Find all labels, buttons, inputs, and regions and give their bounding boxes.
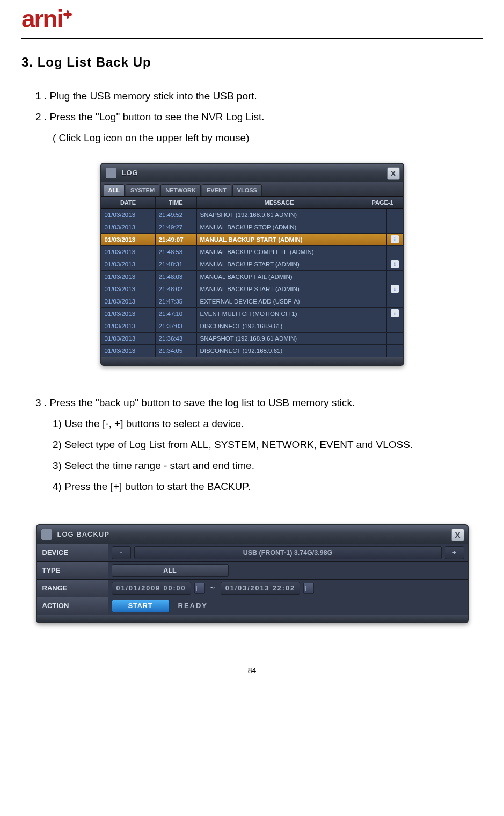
info-icon[interactable]: [391, 260, 399, 268]
range-separator: ~: [208, 583, 217, 593]
log-cell-message: EVENT MULTI CH (MOTION CH 1): [197, 308, 387, 320]
log-cell-info: [387, 333, 403, 344]
step-2-sub-text: ( Click Log icon on the upper left by mo…: [21, 128, 483, 149]
log-cell-time: 21:48:53: [156, 246, 197, 258]
log-cell-date: 01/03/2013: [101, 345, 156, 357]
log-cell-info[interactable]: [387, 283, 403, 295]
log-row[interactable]: 01/03/201321:48:53MANUAL BACKUP COMPLETE…: [101, 246, 403, 258]
log-title-icon: [106, 168, 116, 178]
log-row[interactable]: 01/03/201321:48:03MANUAL BACKUP FAIL (AD…: [101, 271, 403, 283]
log-cell-time: 21:34:05: [156, 345, 197, 357]
log-cell-message: MANUAL BACKUP STOP (ADMIN): [197, 221, 387, 233]
calendar-icon[interactable]: [194, 583, 205, 594]
log-cell-message: MANUAL BACKUP FAIL (ADMIN): [197, 271, 387, 283]
log-footer: [101, 357, 403, 365]
log-row[interactable]: 01/03/201321:49:52SNAPSHOT (192.168.9.61…: [101, 209, 403, 221]
step-3-sub-3: 3) Select the time range - start and end…: [21, 456, 483, 476]
range-from-value[interactable]: 01/01/2009 00:00: [112, 582, 191, 595]
log-row[interactable]: 01/03/201321:48:02MANUAL BACKUP START (A…: [101, 283, 403, 295]
log-cell-date: 01/03/2013: [101, 308, 156, 320]
log-table-body: 01/03/201321:49:52SNAPSHOT (192.168.9.61…: [101, 209, 403, 357]
log-cell-info: [387, 345, 403, 357]
log-tab-all[interactable]: ALL: [104, 184, 125, 196]
log-cell-info: [387, 295, 403, 307]
log-cell-time: 21:48:02: [156, 283, 197, 295]
log-cell-message: MANUAL BACKUP START (ADMIN): [197, 258, 387, 270]
log-backup-title: LOG BACKUP: [57, 530, 109, 538]
log-cell-date: 01/03/2013: [101, 333, 156, 344]
info-icon[interactable]: [391, 235, 399, 243]
log-cell-message: MANUAL BACKUP COMPLETE (ADMIN): [197, 246, 387, 258]
log-row[interactable]: 01/03/201321:49:27MANUAL BACKUP STOP (AD…: [101, 221, 403, 234]
log-cell-info: [387, 271, 403, 283]
log-cell-info[interactable]: [387, 234, 403, 245]
log-cell-date: 01/03/2013: [101, 283, 156, 295]
log-cell-time: 21:47:10: [156, 308, 197, 320]
log-cell-info[interactable]: [387, 308, 403, 320]
log-cell-message: DISCONNECT (192.168.9.61): [197, 345, 387, 357]
log-row[interactable]: 01/03/201321:36:43SNAPSHOT (192.168.9.61…: [101, 333, 403, 345]
log-cell-time: 21:36:43: [156, 333, 197, 344]
log-tabs: ALLSYSTEMNETWORKEVENTVLOSS: [101, 182, 403, 196]
log-backup-close-button[interactable]: X: [451, 529, 464, 541]
log-cell-time: 21:49:52: [156, 209, 197, 221]
log-cell-date: 01/03/2013: [101, 246, 156, 258]
log-cell-info: [387, 320, 403, 332]
log-cell-message: MANUAL BACKUP START (ADMIN): [197, 283, 387, 295]
device-minus-button[interactable]: -: [112, 546, 131, 559]
log-cell-time: 21:48:03: [156, 271, 197, 283]
action-row: ACTION START READY: [37, 597, 468, 615]
info-icon[interactable]: [391, 285, 399, 293]
log-cell-date: 01/03/2013: [101, 320, 156, 332]
col-time-head: TIME: [156, 197, 197, 208]
step-3-sub-4: 4) Press the [+] button to start the BAC…: [21, 476, 483, 497]
log-tab-event[interactable]: EVENT: [202, 184, 231, 196]
log-cell-time: 21:49:27: [156, 221, 197, 233]
step-3-sub-2: 2) Select type of Log List from ALL, SYS…: [21, 435, 483, 456]
log-tab-system[interactable]: SYSTEM: [126, 184, 159, 196]
log-cell-date: 01/03/2013: [101, 258, 156, 270]
step-3-text: 3 . Press the "back up" button to save t…: [21, 393, 483, 414]
log-backup-title-icon: [41, 529, 52, 540]
start-button[interactable]: START: [112, 600, 170, 612]
log-tab-vloss[interactable]: VLOSS: [232, 184, 262, 196]
log-cell-message: SNAPSHOT (192.168.9.61 ADMIN): [197, 333, 387, 344]
calendar-icon[interactable]: [303, 583, 314, 594]
type-row: TYPE ALL: [37, 561, 468, 579]
log-cell-message: DISCONNECT (192.168.9.61): [197, 320, 387, 332]
log-cell-date: 01/03/2013: [101, 221, 156, 233]
log-tab-network[interactable]: NETWORK: [160, 184, 201, 196]
log-row[interactable]: 01/03/201321:49:07MANUAL BACKUP START (A…: [101, 234, 403, 246]
log-window: LOG X ALLSYSTEMNETWORKEVENTVLOSS DATE TI…: [100, 163, 404, 366]
log-cell-date: 01/03/2013: [101, 295, 156, 307]
log-backup-window: LOG BACKUP X DEVICE - USB (FRONT-1) 3.74…: [36, 524, 469, 623]
log-row[interactable]: 01/03/201321:34:05DISCONNECT (192.168.9.…: [101, 345, 403, 357]
log-row[interactable]: 01/03/201321:47:10EVENT MULTI CH (MOTION…: [101, 308, 403, 320]
section-title: 3. Log List Back Up: [21, 55, 483, 70]
device-plus-button[interactable]: +: [445, 546, 464, 559]
brand-logo: arni: [21, 0, 483, 35]
info-icon[interactable]: [391, 309, 399, 317]
log-cell-time: 21:47:35: [156, 295, 197, 307]
log-row[interactable]: 01/03/201321:47:35EXTERNAL DEVICE ADD (U…: [101, 295, 403, 308]
log-cell-info: [387, 246, 403, 258]
log-row[interactable]: 01/03/201321:37:03DISCONNECT (192.168.9.…: [101, 320, 403, 333]
log-cell-date: 01/03/2013: [101, 271, 156, 283]
log-window-titlebar: LOG X: [101, 164, 403, 182]
brand-logo-text: arni: [21, 4, 62, 33]
step-3-sub-1: 1) Use the [-, +] buttons to select a de…: [21, 414, 483, 435]
range-row: RANGE 01/01/2009 00:00 ~ 01/03/2013 22:0…: [37, 579, 468, 597]
range-to-value[interactable]: 01/03/2013 22:02: [221, 582, 300, 595]
log-cell-info[interactable]: [387, 258, 403, 270]
range-label: RANGE: [37, 580, 108, 597]
log-cell-info: [387, 209, 403, 221]
type-value[interactable]: ALL: [112, 564, 229, 577]
type-label: TYPE: [37, 562, 108, 579]
log-row[interactable]: 01/03/201321:48:31MANUAL BACKUP START (A…: [101, 258, 403, 271]
log-cell-time: 21:48:31: [156, 258, 197, 270]
device-value: USB (FRONT-1) 3.74G/3.98G: [134, 546, 442, 559]
log-cell-date: 01/03/2013: [101, 209, 156, 221]
log-cell-date: 01/03/2013: [101, 234, 156, 245]
log-backup-titlebar: LOG BACKUP X: [37, 525, 468, 544]
log-close-button[interactable]: X: [387, 167, 400, 180]
